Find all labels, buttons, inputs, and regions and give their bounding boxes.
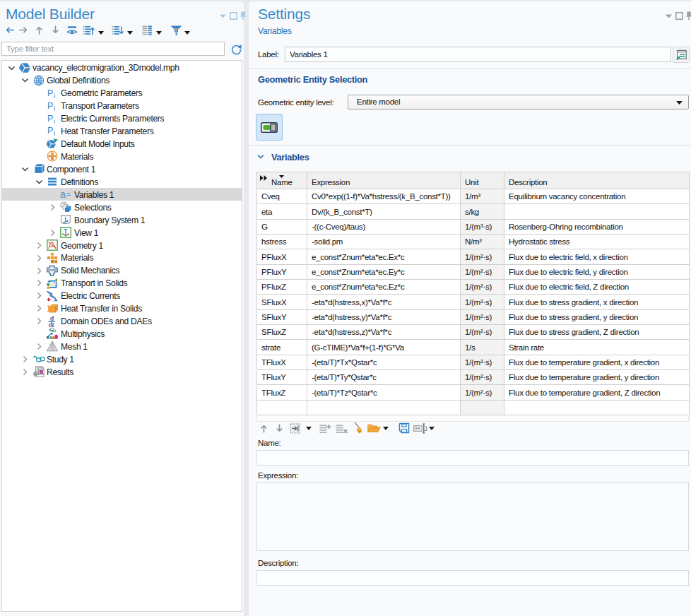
svg-text:i: i <box>54 117 55 124</box>
svg-text:i: i <box>54 105 55 112</box>
svg-text:P: P <box>47 113 53 123</box>
svg-text:i: i <box>54 92 55 99</box>
svg-text:dt: dt <box>48 321 54 327</box>
svg-text:P: P <box>47 126 53 136</box>
svg-text:P: P <box>47 88 53 97</box>
svg-text:P: P <box>47 100 53 110</box>
svg-text:a: a <box>60 189 66 200</box>
svg-text:i: i <box>54 129 55 136</box>
svg-text:=: = <box>66 190 71 199</box>
